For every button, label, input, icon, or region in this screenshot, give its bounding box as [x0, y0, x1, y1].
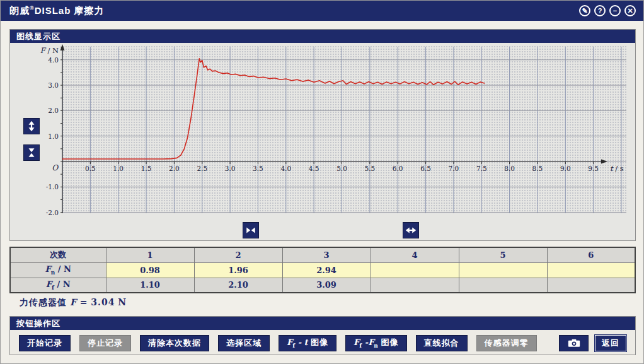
- axis-label: 7.0: [449, 165, 459, 172]
- button-operation-panel: 按钮操作区 开始记录 停止记录 清除本次数据 选择区域 Ff - t 图像 Ff…: [9, 316, 636, 355]
- expand-vertical-icon: [26, 120, 37, 132]
- ff-value-cell[interactable]: 1.10: [106, 278, 194, 293]
- graph-display-panel: 图线显示区 0.51.01.52.02.53.03.54.04.55.05.56…: [9, 29, 636, 241]
- ff-value-cell[interactable]: [371, 278, 459, 293]
- table-row-trials: 次数 1 2 3 4 5 6: [10, 247, 635, 262]
- app-window: { "titlebar": { "brand": "朗威", "reg": "®…: [0, 0, 644, 364]
- fn-value-cell[interactable]: 0.98: [106, 262, 194, 278]
- close-icon[interactable]: ✕: [624, 5, 636, 16]
- ff-row-label: Ff / N: [10, 278, 106, 293]
- axis-label: 3.0: [225, 165, 236, 172]
- axis-label: t / s: [610, 164, 624, 173]
- trial-data-table: 次数 1 2 3 4 5 6 Fn / N 0.98 1.96 2.94 Ff …: [9, 247, 636, 293]
- axis-label: 9.0: [560, 165, 571, 172]
- fn-value-cell[interactable]: [459, 262, 547, 278]
- axis-label: 2.0: [48, 107, 59, 114]
- axis-label: -1.0: [46, 183, 59, 191]
- screenshot-button[interactable]: [559, 335, 589, 351]
- ff-value-cell[interactable]: 3.09: [282, 278, 371, 293]
- axis-label: 5.0: [336, 165, 347, 172]
- ff-t-graph-button[interactable]: Ff - t 图像: [279, 335, 336, 351]
- data-curve: [62, 59, 485, 159]
- trial-number-cell[interactable]: 1: [106, 247, 194, 262]
- axis-label: 5.5: [364, 165, 375, 172]
- table-row-ff: Ff / N 1.10 2.10 3.09: [10, 278, 635, 293]
- force-time-chart: 0.51.01.52.02.53.03.54.04.55.05.56.06.57…: [10, 43, 635, 240]
- expand-horizontal-icon: [405, 225, 417, 236]
- button-row: 开始记录 停止记录 清除本次数据 选择区域 Ff - t 图像 Ff -Fn 图…: [10, 330, 635, 356]
- sensor-zero-button[interactable]: 传感器调零: [476, 335, 537, 351]
- title-bar: 朗威®DISLab 摩擦力 ✎ ? − ✕: [1, 1, 644, 21]
- axis-label: 1.0: [113, 165, 124, 172]
- notes-icon[interactable]: ✎: [579, 5, 590, 16]
- axis-label: 3.0: [48, 81, 59, 89]
- fn-value-cell[interactable]: 2.94: [282, 262, 371, 278]
- axis-label: 8.0: [504, 165, 515, 172]
- graph-panel-header: 图线显示区: [10, 30, 635, 43]
- expand-vertical-button[interactable]: [23, 118, 40, 134]
- ff-value-cell[interactable]: [547, 278, 635, 293]
- fn-row-label: Fn / N: [10, 262, 106, 278]
- corner-cell: 次数: [10, 247, 106, 262]
- select-region-button[interactable]: 选择区域: [218, 335, 270, 351]
- window-controls: ✎ ? − ✕: [579, 5, 636, 16]
- axis-label: F / N: [40, 46, 59, 55]
- compress-vertical-button[interactable]: [23, 144, 40, 161]
- trial-number-cell[interactable]: 3: [282, 247, 371, 262]
- axis-label: O: [52, 163, 59, 172]
- camera-icon: [568, 339, 580, 348]
- axis-label: 7.5: [476, 165, 487, 172]
- axis-label: 4.0: [48, 56, 59, 64]
- fn-value-cell[interactable]: [547, 262, 635, 278]
- axis-label: 0.5: [85, 165, 96, 172]
- help-icon[interactable]: ?: [594, 5, 606, 16]
- chart-area: 0.51.01.52.02.53.03.54.04.55.05.56.06.57…: [10, 43, 635, 240]
- axis-label: 6.0: [393, 165, 403, 172]
- trial-number-cell[interactable]: 2: [194, 247, 282, 262]
- ff-fn-graph-button[interactable]: Ff -Fn 图像: [345, 335, 406, 351]
- sensor-value: 3.04: [91, 297, 115, 307]
- back-button[interactable]: 返回: [595, 335, 626, 351]
- x-axis-arrow: [601, 160, 607, 164]
- axis-label: 3.5: [253, 165, 263, 172]
- compress-vertical-icon: [26, 147, 37, 158]
- fn-value-cell[interactable]: 1.96: [194, 262, 282, 278]
- axis-label: 4.0: [280, 165, 291, 172]
- fn-value-cell[interactable]: [371, 262, 459, 278]
- stop-record-button[interactable]: 停止记录: [79, 335, 131, 351]
- start-record-button[interactable]: 开始记录: [19, 335, 71, 351]
- clear-data-button[interactable]: 清除本次数据: [140, 335, 209, 351]
- table-row-fn: Fn / N 0.98 1.96 2.94: [10, 262, 635, 278]
- trial-number-cell[interactable]: 6: [547, 247, 635, 262]
- trial-number-cell[interactable]: 5: [459, 247, 547, 262]
- force-sensor-readout: 力传感器值 F = 3.04 N: [20, 297, 127, 308]
- axis-label: -2.0: [46, 209, 59, 216]
- button-panel-header: 按钮操作区: [10, 317, 635, 330]
- compress-horizontal-icon: [245, 225, 256, 236]
- axis-label: 2.5: [197, 165, 207, 172]
- line-fit-button[interactable]: 直线拟合: [416, 335, 468, 351]
- expand-horizontal-button[interactable]: [403, 222, 419, 238]
- ff-value-cell[interactable]: 2.10: [194, 278, 282, 293]
- axis-label: 6.5: [420, 165, 431, 172]
- minimize-icon[interactable]: −: [609, 5, 621, 16]
- axis-label: 1.5: [141, 165, 152, 172]
- axis-label: 2.0: [169, 165, 180, 172]
- axis-label: 8.5: [532, 165, 543, 172]
- ff-value-cell[interactable]: [459, 278, 547, 293]
- app-title: 朗威®DISLab 摩擦力: [9, 5, 104, 17]
- axis-label: 1.0: [48, 132, 59, 140]
- trial-number-cell[interactable]: 4: [371, 247, 459, 262]
- axis-label: 9.5: [588, 165, 599, 172]
- axis-label: 4.5: [309, 165, 319, 172]
- compress-horizontal-button[interactable]: [243, 222, 259, 238]
- right-button-group: 返回: [559, 335, 626, 351]
